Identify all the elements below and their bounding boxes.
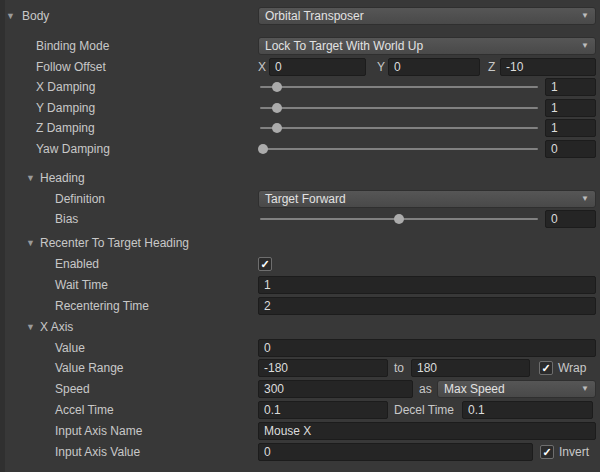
- input-axis-value-label: Input Axis Value: [55, 442, 140, 462]
- wrap-label[interactable]: Wrap: [558, 358, 586, 378]
- row-input-axis-value: Input Axis Value Invert: [0, 442, 600, 462]
- row-body: ▼ Body Orbital Transposer ▼: [0, 6, 600, 26]
- row-x-damping: X Damping: [0, 77, 600, 97]
- recentering-time-label: Recentering Time: [55, 296, 149, 316]
- foldout-triangle-icon[interactable]: ▼: [26, 317, 35, 337]
- row-value: Value: [0, 338, 600, 358]
- z-damping-field[interactable]: [545, 119, 596, 137]
- speed-label: Speed: [55, 379, 90, 399]
- row-recentering-time: Recentering Time: [0, 296, 600, 316]
- row-accel-time: Accel Time Decel Time: [0, 400, 600, 420]
- speed-field[interactable]: [258, 380, 413, 398]
- row-x-axis-foldout: ▼ X Axis: [0, 317, 600, 337]
- z-damping-label: Z Damping: [36, 118, 95, 138]
- z-damping-slider[interactable]: [260, 118, 538, 138]
- speed-mode-dropdown-value: Max Speed: [444, 382, 505, 396]
- x-damping-field[interactable]: [545, 78, 596, 96]
- axis-y-label[interactable]: Y: [377, 57, 385, 77]
- wait-time-label: Wait Time: [55, 275, 108, 295]
- slider-track: [260, 148, 538, 150]
- bias-slider[interactable]: [260, 209, 538, 229]
- follow-offset-label: Follow Offset: [36, 57, 106, 77]
- input-axis-value-field[interactable]: [258, 443, 533, 461]
- enabled-checkbox[interactable]: [258, 257, 272, 271]
- x-axis-foldout-label[interactable]: X Axis: [40, 317, 73, 337]
- row-wait-time: Wait Time: [0, 275, 600, 295]
- y-damping-label: Y Damping: [36, 98, 95, 118]
- row-y-damping: Y Damping: [0, 98, 600, 118]
- invert-label[interactable]: Invert: [559, 442, 589, 462]
- chevron-down-icon: ▼: [581, 12, 589, 20]
- slider-knob[interactable]: [258, 144, 268, 154]
- slider-track: [260, 127, 538, 129]
- heading-foldout-label[interactable]: Heading: [40, 168, 85, 188]
- yaw-damping-label: Yaw Damping: [36, 139, 110, 159]
- body-type-dropdown[interactable]: Orbital Transposer ▼: [258, 7, 596, 25]
- row-follow-offset: Follow Offset X Y Z: [0, 57, 600, 77]
- axis-z-label[interactable]: Z: [488, 57, 495, 77]
- invert-checkbox[interactable]: [540, 445, 554, 459]
- value-range-max-field[interactable]: [411, 359, 530, 377]
- y-damping-slider[interactable]: [260, 98, 538, 118]
- follow-offset-y-field[interactable]: [388, 58, 480, 76]
- slider-knob[interactable]: [272, 82, 282, 92]
- row-recenter-foldout: ▼ Recenter To Target Heading: [0, 233, 600, 253]
- binding-mode-label: Binding Mode: [36, 36, 109, 56]
- row-input-axis-name: Input Axis Name: [0, 421, 600, 441]
- value-range-label: Value Range: [55, 358, 124, 378]
- chevron-down-icon: ▼: [581, 385, 589, 393]
- value-field[interactable]: [258, 339, 596, 357]
- definition-dropdown-value: Target Forward: [265, 192, 346, 206]
- y-damping-field[interactable]: [545, 99, 596, 117]
- wait-time-field[interactable]: [258, 276, 596, 294]
- wrap-checkbox[interactable]: [539, 361, 553, 375]
- follow-offset-x-field[interactable]: [269, 58, 366, 76]
- decel-time-label: Decel Time: [394, 400, 454, 420]
- value-range-min-field[interactable]: [258, 359, 388, 377]
- recentering-time-field[interactable]: [258, 297, 596, 315]
- row-z-damping: Z Damping: [0, 118, 600, 138]
- foldout-triangle-icon[interactable]: ▼: [26, 233, 35, 253]
- body-foldout-label[interactable]: Body: [22, 6, 49, 26]
- slider-knob[interactable]: [272, 123, 282, 133]
- inspector-body-section: ▼ Body Orbital Transposer ▼ Binding Mode…: [0, 0, 600, 472]
- slider-track: [260, 86, 538, 88]
- binding-mode-dropdown[interactable]: Lock To Target With World Up ▼: [258, 37, 596, 55]
- definition-dropdown[interactable]: Target Forward ▼: [258, 190, 596, 208]
- bias-label: Bias: [55, 209, 78, 229]
- binding-mode-dropdown-value: Lock To Target With World Up: [265, 39, 423, 53]
- row-value-range: Value Range to Wrap: [0, 358, 600, 378]
- row-yaw-damping: Yaw Damping: [0, 139, 600, 159]
- row-heading-foldout: ▼ Heading: [0, 168, 600, 188]
- row-bias: Bias: [0, 209, 600, 229]
- row-binding-mode: Binding Mode Lock To Target With World U…: [0, 36, 600, 56]
- definition-label: Definition: [55, 189, 105, 209]
- foldout-triangle-icon[interactable]: ▼: [26, 168, 35, 188]
- input-axis-name-label: Input Axis Name: [55, 421, 142, 441]
- yaw-damping-slider[interactable]: [260, 139, 538, 159]
- accel-time-label: Accel Time: [55, 400, 114, 420]
- value-range-to-label: to: [394, 358, 404, 378]
- row-enabled: Enabled: [0, 254, 600, 274]
- decel-time-field[interactable]: [462, 401, 593, 419]
- slider-track: [260, 107, 538, 109]
- axis-x-label[interactable]: X: [258, 57, 266, 77]
- speed-as-label: as: [419, 379, 432, 399]
- row-definition: Definition Target Forward ▼: [0, 189, 600, 209]
- recenter-foldout-label[interactable]: Recenter To Target Heading: [40, 233, 189, 253]
- x-damping-slider[interactable]: [260, 77, 538, 97]
- enabled-label: Enabled: [55, 254, 99, 274]
- accel-time-field[interactable]: [258, 401, 388, 419]
- speed-mode-dropdown[interactable]: Max Speed ▼: [437, 380, 596, 398]
- chevron-down-icon: ▼: [581, 195, 589, 203]
- follow-offset-z-field[interactable]: [500, 58, 596, 76]
- yaw-damping-field[interactable]: [545, 140, 596, 158]
- chevron-down-icon: ▼: [581, 42, 589, 50]
- slider-knob[interactable]: [272, 103, 282, 113]
- input-axis-name-field[interactable]: [258, 422, 596, 440]
- row-speed: Speed as Max Speed ▼: [0, 379, 600, 399]
- bias-field[interactable]: [545, 210, 596, 228]
- foldout-triangle-icon[interactable]: ▼: [6, 6, 15, 26]
- value-label: Value: [55, 338, 85, 358]
- slider-knob[interactable]: [394, 214, 404, 224]
